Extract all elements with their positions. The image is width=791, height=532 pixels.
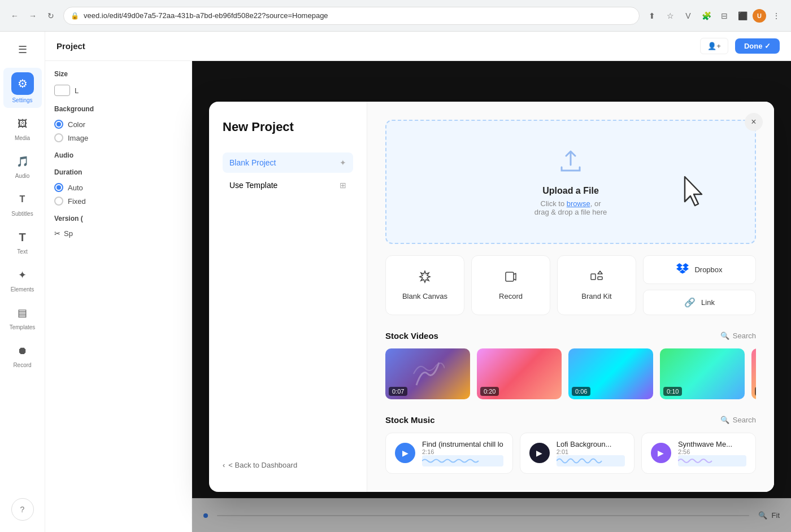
template-icon: ⊞ bbox=[340, 181, 346, 190]
play-button-1[interactable]: ▶ bbox=[395, 443, 415, 463]
back-arrow-icon: ‹ bbox=[223, 461, 225, 469]
canvas-wrapper: 🔍 Fit × New Project bbox=[192, 61, 791, 532]
sidebar-item-record[interactable]: ⏺ Record bbox=[3, 337, 42, 373]
address-bar[interactable]: 🔒 veed.io/edit/49d0e7a5-72aa-431b-a7bd-e… bbox=[63, 7, 640, 25]
stock-music-items: ▶ Find (instrumental chill lo 2:16 bbox=[385, 433, 756, 474]
upload-suffix: , or bbox=[590, 199, 601, 208]
play-button-2[interactable]: ▶ bbox=[529, 443, 550, 463]
blank-canvas-icon bbox=[418, 269, 432, 287]
music-item-2[interactable]: ▶ Lofi Backgroun... 2:01 bbox=[520, 433, 634, 474]
sidebar-item-settings[interactable]: ⚙ Settings bbox=[3, 68, 42, 108]
stock-video-4[interactable]: 0:10 bbox=[660, 348, 745, 399]
media-icon: 🖼 bbox=[14, 115, 32, 133]
refresh-button[interactable]: ↻ bbox=[43, 8, 59, 24]
sidebar-button[interactable]: ⊟ bbox=[716, 8, 732, 24]
modal-nav-template[interactable]: Use Template ⊞ bbox=[223, 175, 353, 195]
stock-video-1[interactable]: 0:07 bbox=[385, 348, 470, 399]
done-button[interactable]: Done ✓ bbox=[735, 38, 780, 54]
music-waveform-2 bbox=[557, 455, 625, 466]
music-waveform-3 bbox=[678, 455, 746, 466]
stock-videos-search[interactable]: 🔍 Search bbox=[720, 332, 756, 340]
help-button[interactable]: ? bbox=[11, 498, 34, 521]
upload-title: Upload a File bbox=[542, 186, 599, 196]
play-button-3[interactable]: ▶ bbox=[651, 443, 671, 463]
dropbox-button[interactable]: Dropbox bbox=[643, 255, 756, 284]
modal-left-nav: New Project Blank Project ✦ Use Template… bbox=[209, 102, 367, 492]
app-body: ☰ ⚙ Settings 🖼 Media 🎵 Audio T bbox=[0, 32, 791, 532]
color-radio[interactable] bbox=[54, 120, 63, 129]
editor-area: Project 👤+ Done ✓ Size L Background bbox=[45, 32, 791, 532]
search-icon: 🔍 bbox=[720, 332, 729, 340]
cursor-icon bbox=[680, 175, 710, 215]
sidebar-item-templates[interactable]: ▤ Templates bbox=[3, 299, 42, 335]
add-user-icon: 👤+ bbox=[707, 42, 721, 50]
size-section-title: Size bbox=[54, 70, 182, 78]
audio-icon: 🎵 bbox=[14, 152, 32, 171]
video-3-duration: 0:06 bbox=[572, 387, 590, 396]
upload-area[interactable]: Upload a File Click to browse, or drag &… bbox=[385, 120, 756, 244]
blank-canvas-button[interactable]: Blank Canvas bbox=[385, 255, 464, 315]
link-button[interactable]: 🔗 Link bbox=[643, 290, 756, 315]
image-radio[interactable] bbox=[54, 133, 63, 142]
size-row: L bbox=[54, 85, 182, 96]
image-radio-label: Image bbox=[68, 134, 88, 142]
record-button[interactable]: Record bbox=[471, 255, 550, 315]
back-to-dashboard-button[interactable]: ‹ < Back to Dashboard bbox=[223, 456, 353, 474]
svg-rect-1 bbox=[591, 274, 596, 280]
image-radio-option[interactable]: Image bbox=[54, 133, 182, 142]
app-container: ← → ↻ 🔒 veed.io/edit/49d0e7a5-72aa-431b-… bbox=[0, 0, 791, 532]
size-custom-label: L bbox=[75, 86, 79, 95]
fixed-radio-option[interactable]: Fixed bbox=[54, 197, 182, 206]
sidebar-item-text[interactable]: T Text bbox=[3, 224, 42, 259]
modal-close-button[interactable]: × bbox=[745, 113, 763, 131]
sidebar-item-elements[interactable]: ✦ Elements bbox=[3, 261, 42, 297]
browser-profile-avatar[interactable]: U bbox=[753, 9, 766, 23]
window-button[interactable]: ⬛ bbox=[734, 8, 750, 24]
music-duration-2: 2:01 bbox=[557, 448, 625, 455]
back-button[interactable]: ← bbox=[7, 8, 23, 24]
music-item-1[interactable]: ▶ Find (instrumental chill lo 2:16 bbox=[385, 433, 513, 474]
browse-link[interactable]: browse bbox=[567, 199, 590, 208]
modal-nav-blank[interactable]: Blank Project ✦ bbox=[223, 152, 353, 173]
auto-radio-option[interactable]: Auto bbox=[54, 183, 182, 192]
upload-icon bbox=[557, 147, 584, 179]
music-info-1: Find (instrumental chill lo 2:16 bbox=[422, 440, 503, 466]
stock-music-search[interactable]: 🔍 Search bbox=[720, 416, 756, 424]
add-user-button[interactable]: 👤+ bbox=[700, 38, 728, 54]
sidebar-item-audio[interactable]: 🎵 Audio bbox=[3, 148, 42, 184]
sidebar-item-media[interactable]: 🖼 Media bbox=[3, 110, 42, 146]
record-btn-icon bbox=[503, 269, 518, 287]
auto-radio-label: Auto bbox=[68, 184, 83, 192]
extension-v-button[interactable]: V bbox=[680, 8, 696, 24]
video-4-duration: 0:10 bbox=[663, 387, 682, 396]
browser-nav: ← → ↻ bbox=[7, 8, 59, 24]
scissors-label: Sp bbox=[64, 229, 73, 238]
forward-button[interactable]: → bbox=[25, 8, 41, 24]
stock-video-5[interactable]: 0:12 bbox=[751, 348, 756, 399]
share-button[interactable]: ⬆ bbox=[644, 8, 660, 24]
svg-rect-0 bbox=[506, 272, 514, 281]
stock-video-3[interactable]: 0:06 bbox=[568, 348, 653, 399]
modal-right-content: Upload a File Click to browse, or drag &… bbox=[367, 102, 774, 492]
color-radio-option[interactable]: Color bbox=[54, 120, 182, 129]
link-icon: 🔗 bbox=[684, 297, 696, 308]
more-button[interactable]: ⋮ bbox=[768, 8, 784, 24]
bookmark-button[interactable]: ☆ bbox=[662, 8, 678, 24]
sidebar-menu-button[interactable]: ☰ bbox=[11, 38, 34, 61]
modal-overlay[interactable]: × New Project Blank Project ✦ Use Templa… bbox=[192, 61, 791, 532]
fixed-radio[interactable] bbox=[54, 197, 63, 206]
browser-actions: ⬆ ☆ V 🧩 ⊟ ⬛ U ⋮ bbox=[644, 8, 784, 24]
music-item-3[interactable]: ▶ Synthwave Me... 2:56 bbox=[641, 433, 756, 474]
stock-music-title: Stock Music bbox=[385, 415, 435, 425]
brand-kit-button[interactable]: Brand Kit bbox=[557, 255, 636, 315]
use-template-label: Use Template bbox=[229, 181, 277, 190]
record-label: Record bbox=[13, 362, 31, 368]
stock-videos-title: Stock Videos bbox=[385, 331, 438, 341]
extensions-button[interactable]: 🧩 bbox=[698, 8, 714, 24]
stock-video-2[interactable]: 0:20 bbox=[477, 348, 562, 399]
stock-music-header: Stock Music 🔍 Search bbox=[385, 415, 756, 425]
brand-kit-label: Brand Kit bbox=[581, 292, 611, 300]
sidebar-item-subtitles[interactable]: T Subtitles bbox=[3, 186, 42, 221]
auto-radio[interactable] bbox=[54, 183, 63, 192]
scissors-icon: ✂ bbox=[54, 229, 60, 238]
